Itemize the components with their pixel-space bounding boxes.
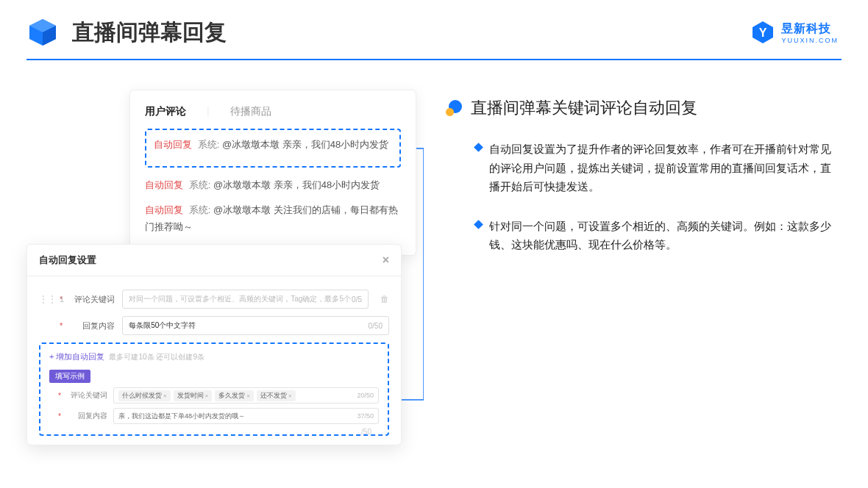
comment-row: 自动回复 系统: @冰墩墩本墩 亲亲，我们48小时内发货	[145, 176, 401, 193]
form-row-keyword: ⋮⋮1 * 评论关键词 对同一个问题，可设置多个相近、高频的关键词，Tag确定，…	[39, 290, 389, 309]
section-header: 直播间弹幕关键词评论自动回复	[446, 97, 842, 119]
comment-row: 自动回复 系统: @冰墩墩本墩 关注我们的店铺，每日都有热门推荐呦～	[145, 201, 401, 236]
auto-reply-tag: 自动回复	[145, 179, 183, 190]
keyword-tag[interactable]: 多久发货×	[215, 390, 254, 401]
comments-tabs: 用户评论 | 待播商品	[145, 105, 401, 118]
example-reply-input[interactable]: 亲，我们这边都是下单48小时内发货的哦～ 37/50	[113, 408, 379, 424]
highlighted-comment: 自动回复 系统: @冰墩墩本墩 亲亲，我们48小时内发货	[145, 129, 401, 168]
example-reply-row: * 回复内容 亲，我们这边都是下单48小时内发货的哦～ 37/50	[49, 408, 379, 424]
field-label: 回复内容	[72, 320, 115, 331]
brand-hex-icon: Y	[750, 20, 775, 45]
comments-card: 用户评论 | 待播商品 自动回复 系统: @冰墩墩本墩 亲亲，我们48小时内发货…	[129, 90, 416, 256]
remove-tag-icon: ×	[246, 392, 250, 399]
system-label: 系统:	[189, 179, 211, 190]
settings-title: 自动回复设置	[39, 254, 96, 267]
tab-pending-goods[interactable]: 待播商品	[230, 105, 271, 118]
stray-count: /50	[361, 428, 371, 436]
settings-card: 自动回复设置 × ⋮⋮1 * 评论关键词 对同一个问题，可设置多个相近、高频的关…	[26, 244, 402, 445]
comment-text: @冰墩墩本墩 亲亲，我们48小时内发货	[222, 139, 388, 150]
example-highlight: + 增加自动回复 最多可建10条 还可以创建9条 填写示例 * 评论关键词 什么…	[39, 342, 389, 436]
input-value: 亲，我们这边都是下单48小时内发货的哦～	[118, 412, 245, 421]
add-auto-reply-link[interactable]: + 增加自动回复	[49, 351, 104, 362]
diamond-bullet-icon	[474, 143, 483, 152]
char-count: 37/50	[357, 412, 374, 420]
keyword-input[interactable]: 对同一个问题，可设置多个相近、高频的关键词，Tag确定，最多5个 0/5	[122, 290, 369, 309]
cube-icon	[26, 16, 59, 49]
char-count: 20/50	[357, 392, 374, 399]
comment-text: @冰墩墩本墩 亲亲，我们48小时内发货	[213, 179, 380, 190]
char-count: 0/5	[352, 295, 362, 304]
paragraph: 自动回复设置为了提升作者的评论回复效率，作者可在开播前针对常见的评论用户问题，提…	[446, 140, 842, 196]
auto-reply-tag: 自动回复	[154, 139, 192, 150]
brand-logo: Y 昱新科技 YUUXIN.COM	[750, 20, 839, 45]
mockup-area: 用户评论 | 待播商品 自动回复 系统: @冰墩墩本墩 亲亲，我们48小时内发货…	[26, 90, 416, 457]
paragraph-text: 自动回复设置为了提升作者的评论回复效率，作者可在开播前针对常见的评论用户问题，提…	[489, 140, 842, 196]
system-label: 系统:	[189, 204, 211, 215]
field-label: 评论关键词	[72, 294, 115, 305]
delete-icon[interactable]: 🗑	[380, 294, 389, 304]
tab-separator: |	[207, 105, 210, 118]
close-icon[interactable]: ×	[383, 254, 389, 267]
example-keyword-input[interactable]: 什么时候发货× 发货时间× 多久发货× 还不发货× 20/50	[113, 387, 379, 403]
required-marker: *	[60, 321, 63, 330]
settings-header: 自动回复设置 ×	[27, 245, 401, 276]
drag-handle-icon[interactable]: ⋮⋮	[39, 294, 57, 304]
system-label: 系统:	[198, 139, 220, 150]
field-label: 回复内容	[69, 411, 107, 421]
paragraph: 针对同一个问题，可设置多个相近的、高频的关键词。例如：这款多少钱、这块能优惠吗、…	[446, 217, 842, 254]
paragraph-text: 针对同一个问题，可设置多个相近的、高频的关键词。例如：这款多少钱、这块能优惠吗、…	[489, 217, 842, 254]
add-hint: 最多可建10条 还可以创建9条	[109, 352, 204, 362]
remove-tag-icon: ×	[288, 392, 292, 399]
page-header: 直播间弹幕回复 Y 昱新科技 YUUXIN.COM	[0, 0, 868, 49]
bullet-icon	[446, 100, 462, 116]
keyword-tag[interactable]: 发货时间×	[174, 390, 213, 401]
remove-tag-icon: ×	[163, 392, 167, 399]
required-marker: *	[58, 392, 61, 400]
example-badge: 填写示例	[49, 370, 90, 383]
svg-text:Y: Y	[759, 26, 767, 39]
tab-user-comments[interactable]: 用户评论	[145, 105, 186, 118]
diamond-bullet-icon	[474, 220, 483, 229]
section-title: 直播间弹幕关键词评论自动回复	[471, 97, 697, 119]
reply-input[interactable]: 每条限50个中文字符 0/50	[122, 316, 389, 335]
remove-tag-icon: ×	[205, 392, 209, 399]
auto-reply-tag: 自动回复	[145, 204, 183, 215]
page-title: 直播间弹幕回复	[72, 18, 227, 48]
placeholder: 对同一个问题，可设置多个相近、高频的关键词，Tag确定，最多5个	[129, 294, 351, 304]
field-label: 评论关键词	[69, 390, 107, 401]
keyword-tag[interactable]: 还不发货×	[257, 390, 296, 401]
brand-name-cn: 昱新科技	[781, 21, 839, 37]
form-row-reply: * 回复内容 每条限50个中文字符 0/50	[39, 316, 389, 335]
brand-name-en: YUUXIN.COM	[781, 37, 839, 44]
keyword-tag[interactable]: 什么时候发货×	[118, 390, 171, 401]
explanation-panel: 直播间弹幕关键词评论自动回复 自动回复设置为了提升作者的评论回复效率，作者可在开…	[446, 90, 842, 457]
required-marker: *	[58, 412, 61, 420]
row-index: 1	[60, 295, 64, 304]
input-value: 每条限50个中文字符	[129, 320, 196, 331]
example-keyword-row: * 评论关键词 什么时候发货× 发货时间× 多久发货× 还不发货× 20/50	[49, 387, 379, 403]
char-count: 0/50	[369, 322, 383, 330]
